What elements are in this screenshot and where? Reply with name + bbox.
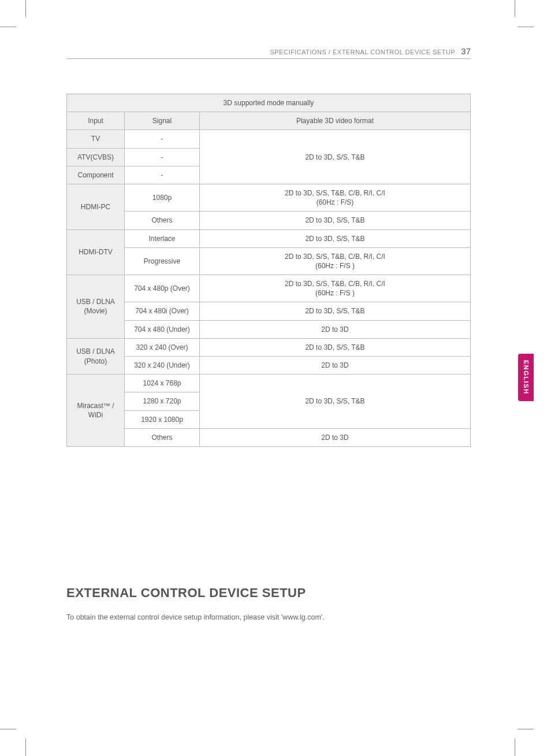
cell: 2D to 3D, S/S, T&B: [200, 229, 471, 247]
cell: 2D to 3D, S/S, T&B, C/B, R/I, C/I(60Hz :…: [200, 247, 471, 275]
cell: 1024 x 768p: [125, 375, 200, 392]
cell: HDMI-PC: [67, 184, 125, 229]
cell: 2D to 3D, S/S, T&B, C/B, R/I, C/I(60Hz :…: [200, 184, 471, 211]
cell: 2D to 3D, S/S, T&B: [200, 302, 471, 320]
cell: Others: [125, 212, 200, 229]
cell: 704 x 480 (Under): [125, 320, 200, 338]
cell: Miracast™ /WiDi: [67, 375, 125, 447]
cell: 1920 x 1080p: [125, 410, 200, 428]
cell: 704 x 480p (Over): [125, 275, 200, 302]
cell: 320 x 240 (Over): [125, 338, 200, 356]
3d-mode-table: 3D supported mode manually Input Signal …: [66, 94, 471, 447]
page-number: 37: [461, 46, 471, 56]
cell: 2D to 3D: [200, 357, 471, 375]
cell: 2D to 3D: [200, 428, 471, 446]
cell: 320 x 240 (Under): [125, 357, 200, 375]
cell: 704 x 480i (Over): [125, 302, 200, 320]
section-title: EXTERNAL CONTROL DEVICE SETUP: [66, 585, 471, 601]
cell: -: [125, 148, 200, 166]
cell: HDMI-DTV: [67, 229, 125, 275]
section-text: To obtain the external control device se…: [66, 613, 471, 621]
cell: Component: [67, 166, 125, 184]
col-input: Input: [67, 112, 125, 130]
table-title: 3D supported mode manually: [67, 94, 471, 112]
col-format: Playable 3D video format: [200, 112, 471, 130]
cell: 1280 x 720p: [125, 392, 200, 410]
col-signal: Signal: [125, 112, 200, 130]
cell: 2D to 3D, S/S, T&B: [200, 212, 471, 229]
cell: 2D to 3D, S/S, T&B: [200, 338, 471, 356]
cell: Progressive: [125, 247, 200, 275]
cell: Others: [125, 428, 200, 446]
cell: ATV(CVBS): [67, 148, 125, 166]
cell: -: [125, 166, 200, 184]
language-label: ENGLISH: [523, 360, 530, 394]
language-tab: ENGLISH: [518, 354, 534, 401]
cell: 2D to 3D, S/S, T&B, C/B, R/I, C/I(60Hz :…: [200, 275, 471, 302]
cell: USB / DLNA(Photo): [67, 338, 125, 374]
cell: -: [125, 130, 200, 148]
cell: Interlace: [125, 229, 200, 247]
cell: 2D to 3D, S/S, T&B: [200, 130, 471, 184]
cell: 1080p: [125, 184, 200, 211]
cell: 2D to 3D, S/S, T&B: [200, 375, 471, 429]
breadcrumb: SPECIFICATIONS / EXTERNAL CONTROL DEVICE…: [270, 49, 455, 55]
page-header: SPECIFICATIONS / EXTERNAL CONTROL DEVICE…: [66, 46, 471, 59]
cell: 2D to 3D: [200, 320, 471, 338]
cell: TV: [67, 130, 125, 148]
cell: USB / DLNA(Movie): [67, 275, 125, 339]
